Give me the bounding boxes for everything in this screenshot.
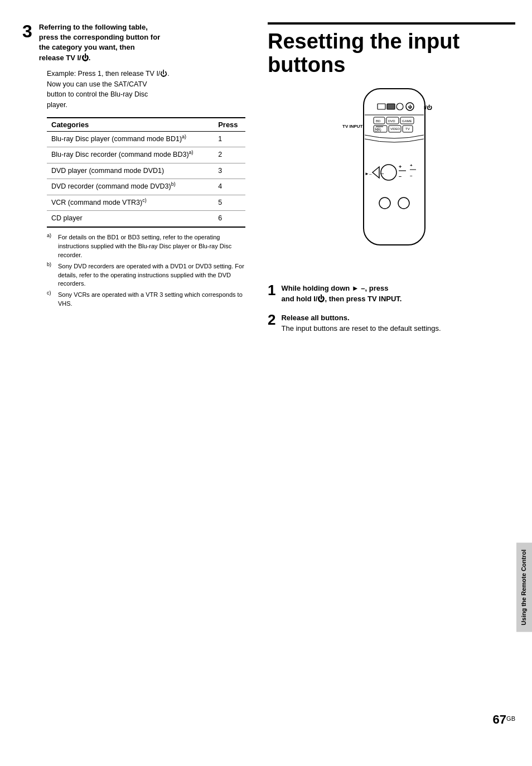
table-row: DVD player (command mode DVD1)3 — [47, 163, 245, 179]
sidebar-tab: Using the Remote Control — [516, 543, 532, 632]
svg-text:►–: ►– — [365, 171, 372, 176]
category-cell: Blu-ray Disc recorder (command mode BD3)… — [47, 147, 214, 163]
svg-marker-23 — [373, 167, 379, 178]
svg-text:+: + — [399, 164, 402, 170]
category-cell: VCR (command mode VTR3)c) — [47, 195, 214, 211]
step3-body: Example: Press 1, then release TV I/⏻. N… — [47, 69, 245, 110]
step1-text: While holding down ► –, press and hold I… — [281, 284, 402, 303]
svg-text:BD: BD — [376, 119, 381, 123]
press-cell: 1 — [214, 131, 245, 147]
footnote-item: b)Sony DVD recorders are operated with a… — [47, 262, 245, 289]
svg-text:⏻: ⏻ — [408, 104, 412, 109]
step3-heading: Referring to the following table, press … — [39, 22, 160, 63]
svg-text:+: + — [410, 163, 413, 168]
press-cell: 2 — [214, 147, 245, 163]
remote-diagram: TV INPUT I/⏻ ⏻ BD — [336, 86, 447, 272]
footnote-marker: b) — [47, 262, 58, 289]
category-table: Categories Press Blu-ray Disc player (co… — [47, 117, 245, 228]
step2-number: 2 — [268, 312, 275, 327]
step2-content: Release all buttons. The input buttons a… — [281, 312, 441, 334]
table-row: DVD recorder (command mode DVD3)b)4 — [47, 179, 245, 195]
footnote-text: Sony VCRs are operated with a VTR 3 sett… — [58, 291, 245, 309]
svg-text:CATV: CATV — [375, 129, 381, 132]
right-step-2: 2 Release all buttons. The input buttons… — [268, 312, 515, 334]
table-row: Blu-ray Disc recorder (command mode BD3)… — [47, 147, 245, 163]
footnote-text: For details on the BD1 or BD3 setting, r… — [58, 233, 245, 260]
page-number: 67GB — [493, 712, 515, 727]
press-cell: 6 — [214, 211, 245, 227]
svg-rect-4 — [378, 104, 385, 109]
svg-text:DVD: DVD — [388, 119, 395, 123]
col-press: Press — [214, 118, 245, 132]
svg-text:I/⏻: I/⏻ — [424, 104, 432, 110]
svg-text:–: – — [399, 174, 402, 179]
category-cell: CD player — [47, 211, 214, 227]
step2-body: The input buttons are reset to the defau… — [281, 324, 441, 333]
footnote-marker: a) — [47, 233, 58, 260]
svg-point-33 — [398, 197, 409, 209]
press-cell: 4 — [214, 179, 245, 195]
svg-text:TV: TV — [405, 127, 410, 131]
section-title: Resetting the input buttons — [268, 22, 515, 77]
step2-bold: Release all buttons. — [281, 314, 349, 322]
category-cell: Blu-ray Disc player (command mode BD1)a) — [47, 131, 214, 147]
footnote-marker: c) — [47, 291, 58, 309]
footnotes: a)For details on the BD1 or BD3 setting,… — [47, 233, 245, 309]
footnote-text: Sony DVD recorders are operated with a D… — [58, 262, 245, 289]
step1-number: 1 — [268, 283, 275, 297]
col-categories: Categories — [47, 118, 214, 132]
footnote-item: a)For details on the BD1 or BD3 setting,… — [47, 233, 245, 260]
step3-number: 3 — [22, 22, 32, 40]
category-cell: DVD recorder (command mode DVD3)b) — [47, 179, 214, 195]
footnote-item: c)Sony VCRs are operated with a VTR 3 se… — [47, 291, 245, 309]
svg-point-32 — [379, 197, 390, 209]
table-row: CD player6 — [47, 211, 245, 227]
press-cell: 5 — [214, 195, 245, 211]
svg-text:GAME: GAME — [402, 119, 412, 123]
right-steps: 1 While holding down ► –, press and hold… — [268, 283, 515, 334]
table-row: Blu-ray Disc player (command mode BD1)a)… — [47, 131, 245, 147]
svg-text:–: – — [410, 173, 413, 178]
remote-svg: TV INPUT I/⏻ ⏻ BD — [336, 86, 447, 270]
table-row: VCR (command mode VTR3)c)5 — [47, 195, 245, 211]
step1-content: While holding down ► –, press and hold I… — [281, 283, 402, 305]
svg-point-6 — [396, 103, 403, 110]
svg-rect-5 — [387, 104, 395, 109]
category-cell: DVD player (command mode DVD1) — [47, 163, 214, 179]
right-step-1: 1 While holding down ► –, press and hold… — [268, 283, 515, 305]
press-cell: 3 — [214, 163, 245, 179]
svg-text:TV INPUT: TV INPUT — [342, 124, 363, 129]
svg-text:VIDEO: VIDEO — [390, 127, 400, 131]
